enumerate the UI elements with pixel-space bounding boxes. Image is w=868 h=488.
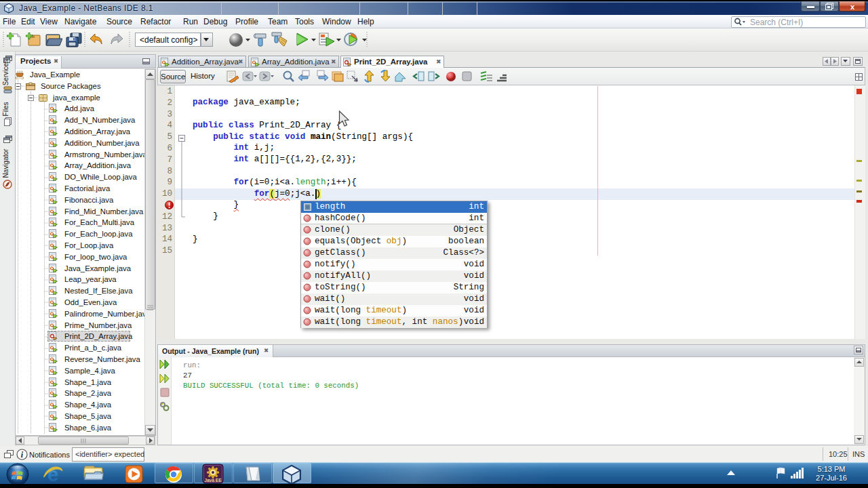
svg-text:e: e	[47, 463, 59, 485]
svg-text:Java EE: Java EE	[205, 478, 222, 483]
